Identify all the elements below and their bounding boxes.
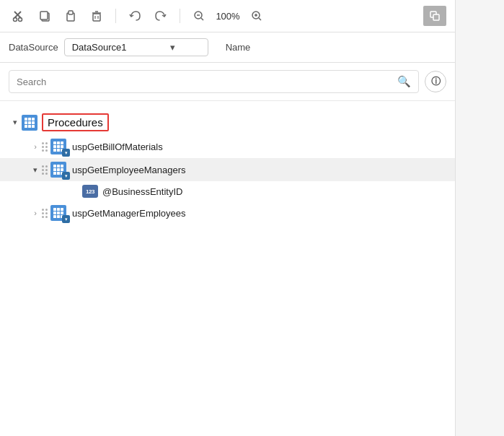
redo-icon[interactable] <box>151 6 171 26</box>
copy-box-icon[interactable] <box>423 6 446 26</box>
zoom-value: 100% <box>215 11 241 22</box>
svg-rect-21 <box>433 14 439 20</box>
drag-handle2 <box>42 165 48 175</box>
svg-rect-5 <box>40 12 48 19</box>
name-column-label: Name <box>226 42 251 53</box>
tree-item-procedures[interactable]: ▾ Procedures <box>0 110 455 135</box>
search-box[interactable]: 🔍 <box>9 70 419 93</box>
sproc-icon-bill: ▾ <box>50 139 68 154</box>
svg-line-15 <box>201 18 203 20</box>
sproc-badge: ▾ <box>62 149 70 157</box>
info-icon: ⓘ <box>431 75 441 88</box>
expand-arrow-procedures[interactable]: ▾ <box>9 116 22 129</box>
datasource-label: DataSource <box>9 42 58 53</box>
sproc-badge2: ▾ <box>62 172 70 180</box>
paste-icon[interactable] <box>61 6 81 26</box>
undo-icon[interactable] <box>125 6 145 26</box>
separator2 <box>180 9 180 23</box>
copy-icon[interactable] <box>35 6 55 26</box>
svg-point-2 <box>14 18 17 22</box>
procedures-label: Procedures <box>42 113 109 131</box>
chevron-down-icon: ▾ <box>170 42 175 53</box>
datasource-value: DataSource1 <box>72 42 127 53</box>
sproc-badge3: ▾ <box>62 215 70 223</box>
right-panel <box>455 0 504 436</box>
tree-item-uspGetBillOfMaterials[interactable]: › ▾ uspGetBillOfMate <box>0 135 455 158</box>
svg-line-19 <box>259 18 261 20</box>
svg-point-3 <box>19 18 22 22</box>
drag-handle <box>42 142 48 152</box>
delete-icon[interactable] <box>87 6 107 26</box>
toolbar: 100% <box>0 0 455 32</box>
svg-rect-7 <box>68 11 73 14</box>
info-button[interactable]: ⓘ <box>425 71 446 92</box>
expand-arrow-uspEmp[interactable]: ▾ <box>29 163 42 176</box>
label-uspGetEmployeeManagers: uspGetEmployeeManagers <box>72 165 186 175</box>
procedures-folder-icon <box>22 115 37 131</box>
tree-item-BusinessEntityID[interactable]: 123 @BusinessEntityID <box>0 181 455 201</box>
zoom-in-icon[interactable] <box>247 6 267 26</box>
tree-item-uspGetManagerEmployees[interactable]: › ▾ uspGetManagerEmp <box>0 201 455 224</box>
label-uspGetManagerEmployees: uspGetManagerEmployees <box>72 208 186 219</box>
toolbar-right <box>423 6 446 26</box>
search-icon: 🔍 <box>397 75 411 88</box>
search-row: 🔍 ⓘ <box>0 63 455 101</box>
svg-rect-8 <box>93 14 100 21</box>
datasource-row: DataSource DataSource1 ▾ Name <box>0 32 455 63</box>
zoom-out-icon[interactable] <box>189 6 209 26</box>
tree-container: ▾ Procedures › <box>0 101 455 414</box>
sproc-icon-mgr: ▾ <box>50 205 68 221</box>
drag-handle3 <box>42 209 48 218</box>
expand-arrow-uspBill[interactable]: › <box>29 140 42 153</box>
cut-icon[interactable] <box>9 6 29 26</box>
label-uspGetBillOfMaterials: uspGetBillOfMaterials <box>72 141 163 152</box>
separator <box>115 9 116 23</box>
tree-item-uspGetEmployeeManagers[interactable]: ▾ ▾ uspGetEmployeeMa <box>0 158 455 181</box>
label-BusinessEntityID: @BusinessEntityID <box>102 186 182 197</box>
sproc-icon-emp: ▾ <box>50 162 68 178</box>
expand-arrow-uspMgr[interactable]: › <box>29 206 42 219</box>
param-icon: 123 <box>82 185 98 198</box>
search-input[interactable] <box>17 77 392 87</box>
datasource-dropdown[interactable]: DataSource1 ▾ <box>64 38 208 56</box>
